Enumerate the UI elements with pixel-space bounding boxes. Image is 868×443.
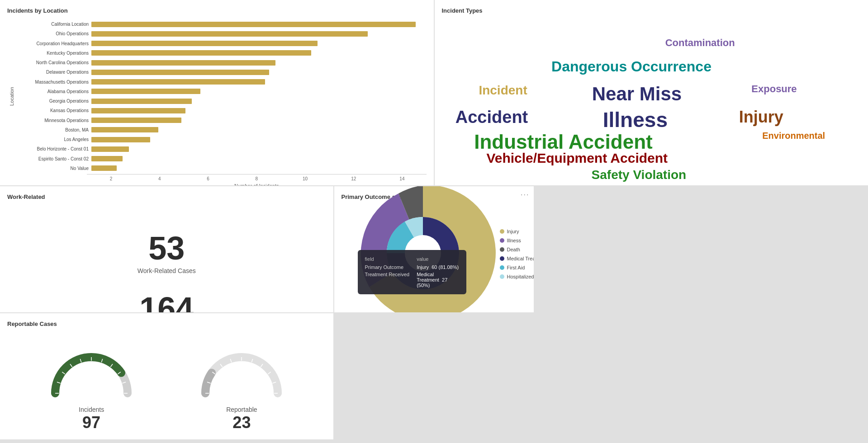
word-cloud-word: Incident xyxy=(479,83,527,98)
legend-label: Death xyxy=(507,247,520,252)
bar-fill xyxy=(91,127,158,132)
bar-fill xyxy=(91,108,185,113)
bar-track xyxy=(91,108,427,113)
x-tick: 2 xyxy=(87,176,135,181)
word-cloud-word: Contamination xyxy=(665,37,735,49)
reportable-cases-title: Reportable Cases xyxy=(7,320,326,327)
incident-types-title: Incident Types xyxy=(442,7,861,14)
x-axis: 2468101214 xyxy=(87,174,427,181)
bar-fill xyxy=(91,146,129,152)
reportable-gauge-value: 23 xyxy=(232,413,251,432)
legend-item: First Aid xyxy=(500,265,534,270)
work-related-cases-value: 53 xyxy=(148,232,185,264)
work-related-title: Work-Related xyxy=(7,193,326,200)
incidents-by-location-panel: Incidents by Location Location Californi… xyxy=(0,0,434,185)
reportable-gauge-label: Reportable xyxy=(226,406,257,413)
bar-track xyxy=(91,118,427,123)
bar-track xyxy=(91,60,427,66)
bar-label: Kentucky Operations xyxy=(14,51,91,56)
bar-label: Boston, MA xyxy=(14,127,91,132)
bar-row: Corporation Headquarters xyxy=(14,40,427,47)
panel-menu-button[interactable]: ··· xyxy=(521,191,529,199)
x-tick: 6 xyxy=(184,176,232,181)
donut-legend: InjuryIllnessDeathMedical TreatmentFirst… xyxy=(500,229,534,279)
bar-track xyxy=(91,89,427,94)
bar-fill xyxy=(91,137,150,142)
bar-label: Georgia Operations xyxy=(14,99,91,104)
bar-track xyxy=(91,22,427,27)
bar-fill xyxy=(91,89,200,94)
donut-container: field value Primary Outcome Injury 60 (8… xyxy=(342,205,527,303)
bar-row: Delaware Operations xyxy=(14,68,427,76)
legend-dot xyxy=(500,229,504,234)
incidents-gauge-label: Incidents xyxy=(79,406,104,413)
primary-outcome-panel: Primary Outcome and Treatment Received ·… xyxy=(334,186,534,312)
work-related-panel: Work-Related 53 Work-Related Cases 164 T… xyxy=(0,186,333,312)
bar-label: Delaware Operations xyxy=(14,70,91,75)
bar-row: Georgia Operations xyxy=(14,97,427,105)
work-related-cases-block: 53 Work-Related Cases xyxy=(7,205,326,283)
bar-row: North Carolina Operations xyxy=(14,59,427,66)
bar-track xyxy=(91,41,427,46)
legend-dot xyxy=(500,256,504,261)
bar-fill xyxy=(91,31,368,37)
bar-track xyxy=(91,146,427,152)
incidents-gauge-wrapper: Incidents 97 xyxy=(42,344,141,432)
bar-label: Corporation Headquarters xyxy=(14,41,91,46)
bar-row: Massachusetts Operations xyxy=(14,78,427,86)
legend-item: Medical Treatment xyxy=(500,256,534,261)
chart-area: California LocationOhio OperationsCorpor… xyxy=(14,20,427,172)
reportable-gauge-wrapper: Reportable 23 xyxy=(192,344,291,432)
word-cloud-word: Exposure xyxy=(751,83,797,95)
legend-label: First Aid xyxy=(507,265,525,270)
bar-label: California Location xyxy=(14,22,91,27)
x-tick: 10 xyxy=(281,176,329,181)
bar-fill xyxy=(91,118,181,123)
bar-label: Alabama Operations xyxy=(14,89,91,94)
donut-and-tooltip: field value Primary Outcome Injury 60 (8… xyxy=(346,186,500,312)
donut-svg-wrapper: field value Primary Outcome Injury 60 (8… xyxy=(346,186,500,312)
word-cloud-word: Industrial Accident xyxy=(474,131,652,153)
days-away-block: 164 Total Days Away FromWork xyxy=(7,283,326,312)
word-cloud-word: Near Miss xyxy=(592,83,682,105)
word-cloud-word: Vehicle/Equipment Accident xyxy=(486,151,668,166)
legend-item: Illness xyxy=(500,238,534,243)
incidents-by-location-title: Incidents by Location xyxy=(7,7,427,14)
bar-track xyxy=(91,70,427,75)
bar-row: No Value xyxy=(14,165,427,172)
x-tick: 4 xyxy=(135,176,184,181)
bar-row: Boston, MA xyxy=(14,126,427,134)
bar-row: Kentucky Operations xyxy=(14,49,427,57)
bar-fill xyxy=(91,165,117,171)
reportable-cases-panel: Reportable Cases xyxy=(0,313,333,439)
svg-point-23 xyxy=(405,235,441,271)
bar-row: Kansas Operations xyxy=(14,107,427,114)
word-cloud-word: Illness xyxy=(603,108,668,132)
bar-row: Minnesota Operations xyxy=(14,117,427,124)
days-away-value: 164 xyxy=(139,292,194,312)
word-cloud-word: Safety Violation xyxy=(592,168,687,182)
legend-label: Hospitalized xyxy=(507,274,534,279)
bar-track xyxy=(91,31,427,37)
x-tick: 12 xyxy=(329,176,378,181)
bar-fill xyxy=(91,41,318,46)
legend-label: Illness xyxy=(507,238,521,243)
bar-row: Alabama Operations xyxy=(14,88,427,95)
bar-fill xyxy=(91,99,192,104)
x-axis-label: Number of Incidents xyxy=(87,183,427,185)
bar-row: California Location xyxy=(14,20,427,28)
work-related-cases-label: Work-Related Cases xyxy=(138,267,196,274)
legend-label: Injury xyxy=(507,229,519,234)
bar-track xyxy=(91,137,427,142)
x-tick: 14 xyxy=(378,176,426,181)
legend-dot xyxy=(500,247,504,252)
word-cloud-word: Accident xyxy=(455,108,528,127)
gauges-container: Incidents 97 xyxy=(7,332,326,439)
legend-dot xyxy=(500,238,504,243)
bar-fill xyxy=(91,156,123,161)
legend-dot xyxy=(500,265,504,270)
bar-label: Ohio Operations xyxy=(14,31,91,36)
bar-label: Espirito Santo - Const 02 xyxy=(14,156,91,161)
bar-track xyxy=(91,165,427,171)
bar-track xyxy=(91,79,427,85)
